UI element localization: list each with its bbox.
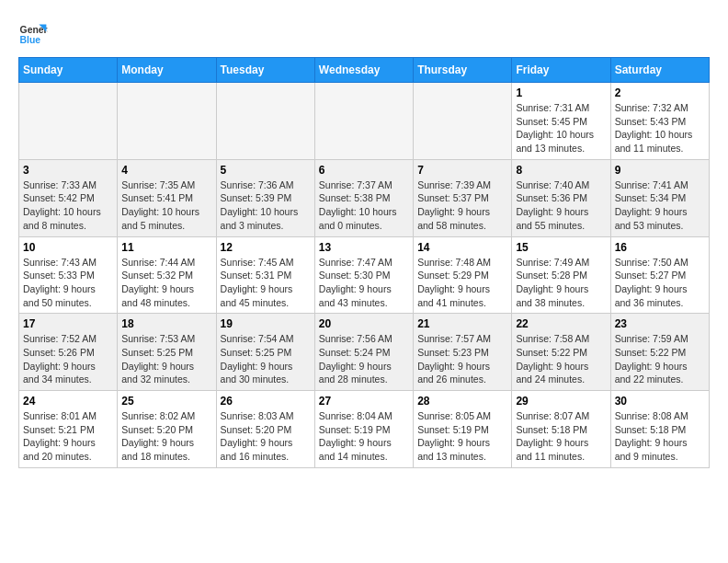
day-number: 15 <box>516 241 606 254</box>
day-number: 9 <box>615 164 705 177</box>
svg-text:Blue: Blue <box>20 35 41 45</box>
day-number: 10 <box>23 241 113 254</box>
calendar-day-cell: 4Sunrise: 7:35 AM Sunset: 5:41 PM Daylig… <box>118 159 216 236</box>
day-info: Sunrise: 7:40 AM Sunset: 5:36 PM Dayligh… <box>516 178 606 233</box>
calendar-day-cell: 5Sunrise: 7:36 AM Sunset: 5:39 PM Daylig… <box>216 159 314 236</box>
day-number: 14 <box>417 241 507 254</box>
weekday-header: Wednesday <box>314 58 413 83</box>
day-number: 11 <box>121 241 211 254</box>
calendar-table: SundayMondayTuesdayWednesdayThursdayFrid… <box>18 57 710 468</box>
calendar-day-cell <box>216 83 314 160</box>
day-info: Sunrise: 8:04 AM Sunset: 5:19 PM Dayligh… <box>319 409 409 464</box>
day-number: 22 <box>516 317 606 330</box>
calendar-day-cell <box>118 83 216 160</box>
day-info: Sunrise: 8:08 AM Sunset: 5:18 PM Dayligh… <box>615 409 705 464</box>
day-info: Sunrise: 7:41 AM Sunset: 5:34 PM Dayligh… <box>615 178 705 233</box>
calendar-week-row: 24Sunrise: 8:01 AM Sunset: 5:21 PM Dayli… <box>19 391 710 468</box>
day-info: Sunrise: 7:58 AM Sunset: 5:22 PM Dayligh… <box>516 332 606 386</box>
day-number: 29 <box>516 395 606 408</box>
calendar-day-cell: 24Sunrise: 8:01 AM Sunset: 5:21 PM Dayli… <box>19 391 118 468</box>
calendar-day-cell: 23Sunrise: 7:59 AM Sunset: 5:22 PM Dayli… <box>610 314 709 391</box>
calendar-day-cell: 16Sunrise: 7:50 AM Sunset: 5:27 PM Dayli… <box>610 236 709 314</box>
day-number: 21 <box>417 317 507 330</box>
calendar-day-cell: 7Sunrise: 7:39 AM Sunset: 5:37 PM Daylig… <box>414 159 512 236</box>
calendar-day-cell: 22Sunrise: 7:58 AM Sunset: 5:22 PM Dayli… <box>512 314 610 391</box>
day-number: 8 <box>516 164 606 177</box>
day-info: Sunrise: 7:50 AM Sunset: 5:27 PM Dayligh… <box>615 256 705 310</box>
day-info: Sunrise: 7:36 AM Sunset: 5:39 PM Dayligh… <box>221 178 311 233</box>
day-number: 2 <box>615 86 705 99</box>
calendar-day-cell: 18Sunrise: 7:53 AM Sunset: 5:25 PM Dayli… <box>118 314 216 391</box>
calendar-day-cell: 2Sunrise: 7:32 AM Sunset: 5:43 PM Daylig… <box>610 83 709 160</box>
day-number: 20 <box>319 317 409 330</box>
calendar-week-row: 17Sunrise: 7:52 AM Sunset: 5:26 PM Dayli… <box>19 314 710 391</box>
calendar-day-cell: 8Sunrise: 7:40 AM Sunset: 5:36 PM Daylig… <box>512 159 610 236</box>
day-number: 17 <box>23 317 113 330</box>
weekday-header: Sunday <box>19 58 118 83</box>
calendar-day-cell: 11Sunrise: 7:44 AM Sunset: 5:32 PM Dayli… <box>118 236 216 314</box>
day-info: Sunrise: 7:56 AM Sunset: 5:24 PM Dayligh… <box>319 332 409 386</box>
day-info: Sunrise: 7:33 AM Sunset: 5:42 PM Dayligh… <box>23 178 113 233</box>
calendar-day-cell: 30Sunrise: 8:08 AM Sunset: 5:18 PM Dayli… <box>610 391 709 468</box>
weekday-header: Saturday <box>610 58 709 83</box>
calendar-week-row: 1Sunrise: 7:31 AM Sunset: 5:45 PM Daylig… <box>19 83 710 160</box>
day-number: 6 <box>319 164 409 177</box>
calendar-day-cell: 14Sunrise: 7:48 AM Sunset: 5:29 PM Dayli… <box>414 236 512 314</box>
weekday-header: Thursday <box>414 58 512 83</box>
calendar-day-cell <box>414 83 512 160</box>
calendar-day-cell: 3Sunrise: 7:33 AM Sunset: 5:42 PM Daylig… <box>19 159 118 236</box>
day-info: Sunrise: 8:07 AM Sunset: 5:18 PM Dayligh… <box>516 409 606 464</box>
day-number: 19 <box>221 317 311 330</box>
day-info: Sunrise: 7:59 AM Sunset: 5:22 PM Dayligh… <box>615 332 705 386</box>
day-number: 1 <box>516 86 606 99</box>
calendar-day-cell: 25Sunrise: 8:02 AM Sunset: 5:20 PM Dayli… <box>118 391 216 468</box>
calendar-day-cell: 19Sunrise: 7:54 AM Sunset: 5:25 PM Dayli… <box>216 314 314 391</box>
weekday-header: Friday <box>512 58 610 83</box>
page-header: General Blue <box>18 18 710 48</box>
calendar-week-row: 10Sunrise: 7:43 AM Sunset: 5:33 PM Dayli… <box>19 236 710 314</box>
day-info: Sunrise: 8:02 AM Sunset: 5:20 PM Dayligh… <box>121 409 211 464</box>
day-info: Sunrise: 7:47 AM Sunset: 5:30 PM Dayligh… <box>319 256 409 310</box>
day-number: 25 <box>121 395 211 408</box>
day-info: Sunrise: 7:53 AM Sunset: 5:25 PM Dayligh… <box>121 332 211 386</box>
header-row: SundayMondayTuesdayWednesdayThursdayFrid… <box>19 58 710 83</box>
day-info: Sunrise: 7:44 AM Sunset: 5:32 PM Dayligh… <box>121 256 211 310</box>
calendar-week-row: 3Sunrise: 7:33 AM Sunset: 5:42 PM Daylig… <box>19 159 710 236</box>
day-number: 12 <box>221 241 311 254</box>
calendar-day-cell: 21Sunrise: 7:57 AM Sunset: 5:23 PM Dayli… <box>414 314 512 391</box>
day-number: 26 <box>221 395 311 408</box>
logo-icon: General Blue <box>18 18 48 48</box>
day-info: Sunrise: 7:49 AM Sunset: 5:28 PM Dayligh… <box>516 256 606 310</box>
day-number: 30 <box>615 395 705 408</box>
day-info: Sunrise: 7:48 AM Sunset: 5:29 PM Dayligh… <box>417 256 507 310</box>
day-number: 7 <box>417 164 507 177</box>
day-info: Sunrise: 7:45 AM Sunset: 5:31 PM Dayligh… <box>221 256 311 310</box>
day-info: Sunrise: 7:39 AM Sunset: 5:37 PM Dayligh… <box>417 178 507 233</box>
day-info: Sunrise: 7:54 AM Sunset: 5:25 PM Dayligh… <box>221 332 311 386</box>
calendar-day-cell: 12Sunrise: 7:45 AM Sunset: 5:31 PM Dayli… <box>216 236 314 314</box>
calendar-day-cell: 6Sunrise: 7:37 AM Sunset: 5:38 PM Daylig… <box>314 159 413 236</box>
logo: General Blue <box>18 18 53 48</box>
day-number: 18 <box>121 317 211 330</box>
calendar-day-cell: 13Sunrise: 7:47 AM Sunset: 5:30 PM Dayli… <box>314 236 413 314</box>
day-info: Sunrise: 8:05 AM Sunset: 5:19 PM Dayligh… <box>417 409 507 464</box>
day-number: 16 <box>615 241 705 254</box>
calendar-day-cell: 27Sunrise: 8:04 AM Sunset: 5:19 PM Dayli… <box>314 391 413 468</box>
calendar-day-cell: 1Sunrise: 7:31 AM Sunset: 5:45 PM Daylig… <box>512 83 610 160</box>
day-number: 4 <box>121 164 211 177</box>
calendar-day-cell: 15Sunrise: 7:49 AM Sunset: 5:28 PM Dayli… <box>512 236 610 314</box>
day-number: 23 <box>615 317 705 330</box>
day-info: Sunrise: 7:37 AM Sunset: 5:38 PM Dayligh… <box>319 178 409 233</box>
day-info: Sunrise: 7:35 AM Sunset: 5:41 PM Dayligh… <box>121 178 211 233</box>
day-number: 3 <box>23 164 113 177</box>
day-number: 24 <box>23 395 113 408</box>
calendar-day-cell: 10Sunrise: 7:43 AM Sunset: 5:33 PM Dayli… <box>19 236 118 314</box>
calendar-day-cell: 28Sunrise: 8:05 AM Sunset: 5:19 PM Dayli… <box>414 391 512 468</box>
day-info: Sunrise: 7:31 AM Sunset: 5:45 PM Dayligh… <box>516 101 606 155</box>
calendar-day-cell: 20Sunrise: 7:56 AM Sunset: 5:24 PM Dayli… <box>314 314 413 391</box>
calendar-header: SundayMondayTuesdayWednesdayThursdayFrid… <box>19 58 710 83</box>
day-info: Sunrise: 8:01 AM Sunset: 5:21 PM Dayligh… <box>23 409 113 464</box>
day-info: Sunrise: 7:43 AM Sunset: 5:33 PM Dayligh… <box>23 256 113 310</box>
calendar-day-cell <box>314 83 413 160</box>
day-number: 28 <box>417 395 507 408</box>
